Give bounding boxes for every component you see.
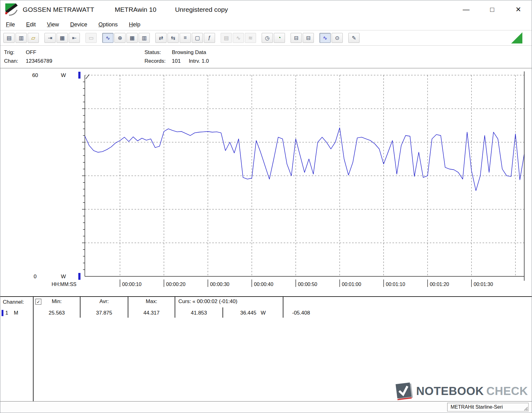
channel-color-marker: [78, 273, 80, 280]
display-button[interactable]: ▭: [85, 33, 97, 43]
print-button[interactable]: ⊟: [291, 33, 302, 43]
toolbar-separator: [315, 38, 319, 38]
x-tick-label: 00:00:50: [298, 282, 317, 287]
print-preview-button[interactable]: ⊟: [303, 33, 314, 43]
menu-file[interactable]: File: [6, 21, 15, 28]
col-header-min: ✓ Min:: [34, 297, 80, 307]
channel-min-value: 25.563: [34, 307, 80, 318]
toolbar-separator: [286, 38, 290, 38]
minimize-button[interactable]: —: [461, 4, 471, 15]
monitor-button[interactable]: ▢: [192, 33, 203, 43]
annotation-button[interactable]: ✎: [348, 33, 360, 43]
channel-config-button[interactable]: ≡: [180, 33, 191, 43]
device-connect-button[interactable]: ⇄: [155, 33, 167, 43]
clock-button[interactable]: ◷: [262, 33, 273, 43]
x-tick-label: 00:00:40: [254, 282, 273, 287]
multimeter-button[interactable]: ▤: [221, 33, 232, 43]
power-trace: [85, 128, 524, 191]
license-status: Unregistered copy: [175, 6, 228, 13]
save-button[interactable]: ▤: [3, 33, 15, 43]
y-axis-value-label: 60: [32, 72, 38, 78]
menu-options[interactable]: Options: [99, 21, 118, 28]
trig-label: Trig:: [4, 48, 26, 57]
open-file-button[interactable]: ▱: [28, 33, 39, 43]
read-device-memory-button[interactable]: ⇥: [44, 33, 56, 43]
xy-view-button[interactable]: ⊕: [114, 33, 126, 43]
sine-wave-button[interactable]: ∿: [233, 33, 244, 43]
channel-number: 1: [5, 310, 8, 316]
toolbar-separator: [81, 38, 85, 38]
app-brand: GOSSEN METRAWATT: [23, 6, 94, 13]
x-tick-label: 00:01:10: [386, 282, 405, 287]
x-tick-label: 00:00:10: [122, 282, 141, 287]
x-tick-label: 00:00:20: [166, 282, 186, 287]
table-view-button[interactable]: ▦: [126, 33, 138, 43]
chan-label: Chan:: [4, 57, 26, 66]
device-name: METRAHit Starline-Seri: [451, 404, 503, 410]
channel-color-marker: [2, 310, 3, 316]
cursor-delta-value: -05.408: [283, 307, 532, 316]
save-as-button[interactable]: ▥: [16, 33, 27, 43]
device-name-box: METRAHit Starline-Seri: [447, 403, 529, 411]
toolbar-separator: [98, 38, 101, 38]
status-bar: METRAHit Starline-Seri: [0, 401, 532, 413]
close-button[interactable]: ✕: [513, 4, 524, 15]
menu-edit[interactable]: Edit: [26, 21, 36, 28]
formula-button[interactable]: ƒ: [204, 33, 215, 43]
y-axis-unit-label: W: [61, 72, 66, 78]
toolbar-separator: [216, 38, 220, 38]
memory-to-pc-button[interactable]: ⇤: [69, 33, 80, 43]
device-settings-button[interactable]: ⇆: [167, 33, 179, 43]
status-records-info: Status:Browsing Data Records:101Intrv. 1…: [144, 48, 209, 66]
channel-mode: M: [14, 310, 18, 316]
square-wave-button[interactable]: ≋: [245, 33, 256, 43]
channel-visibility-checkbox[interactable]: ✓: [35, 299, 41, 305]
status-label: Status:: [144, 48, 172, 57]
x-tick-label: 00:01:30: [474, 282, 493, 287]
toolbar: ▤▥▱⇥▦⇤▭∿⊕▦▥⇄⇆≡▢ƒ▤∿≋◷◔⊟⊟∿⊙✎: [3, 33, 360, 43]
col-header-cursors: Curs: « 00:00:02 (-01:40): [175, 297, 283, 307]
memory-30k-button[interactable]: ▦: [57, 33, 68, 43]
status-panel: Trig:OFF Chan:123456789 Status:Browsing …: [0, 46, 532, 68]
yt-chart-view-button[interactable]: ∿: [102, 33, 113, 43]
power-chart[interactable]: 00:00:1000:00:2000:00:3000:00:4000:00:50…: [0, 68, 532, 297]
toolbar-separator: [151, 38, 154, 38]
chan-value: 123456789: [26, 58, 52, 64]
records-value: 101: [172, 58, 181, 64]
menu-bar: FileEditViewDeviceOptionsHelp: [0, 19, 532, 30]
col-header-max: Max:: [128, 297, 175, 307]
zoom-curve-button[interactable]: ∿: [319, 33, 331, 43]
min-label: Min:: [52, 298, 62, 304]
title-bar: GOSSEN METRAWATT METRAwin 10 Unregistere…: [0, 0, 532, 19]
timer-button[interactable]: ◔: [274, 33, 285, 43]
channel-color-marker: [78, 72, 80, 79]
x-tick-label: 00:01:00: [342, 282, 361, 287]
menu-help[interactable]: Help: [129, 21, 140, 28]
toolbar-separator: [40, 38, 44, 38]
toolbar-row: ▤▥▱⇥▦⇤▭∿⊕▦▥⇄⇆≡▢ƒ▤∿≋◷◔⊟⊟∿⊙✎: [0, 30, 532, 46]
x-axis-title: HH:MM:SS: [52, 282, 76, 287]
menu-device[interactable]: Device: [70, 21, 87, 28]
channel-row-id: 1 M: [0, 307, 34, 401]
col-header-channel: Channel:: [0, 297, 34, 307]
app-window: GOSSEN METRAWATT METRAwin 10 Unregistere…: [0, 0, 532, 413]
trigger-channel-info: Trig:OFF Chan:123456789: [4, 48, 52, 66]
statistics-view-button[interactable]: ▥: [139, 33, 150, 43]
y-axis-unit-label: W: [61, 274, 66, 279]
col-header-avr: Avr:: [80, 297, 128, 307]
x-tick-label: 00:00:30: [210, 282, 229, 287]
x-tick-label: 00:01:20: [430, 282, 449, 287]
corner-indicator-triangle: [511, 32, 522, 43]
records-label: Records:: [144, 57, 172, 66]
app-title: METRAwin 10: [115, 6, 156, 13]
col-header-extra: [283, 297, 532, 307]
resize-grip-icon[interactable]: [522, 405, 528, 411]
chart-section: 00:00:1000:00:2000:00:3000:00:4000:00:50…: [0, 68, 532, 296]
intrv-value: 1.0: [202, 58, 209, 64]
y-axis-value-label: 0: [34, 274, 36, 279]
maximize-button[interactable]: □: [487, 4, 498, 15]
cursor2-value: 36.445W: [223, 307, 283, 318]
zoom-button[interactable]: ⊙: [332, 33, 343, 43]
cursor1-value: 41.853: [175, 307, 223, 318]
menu-view[interactable]: View: [47, 21, 59, 28]
